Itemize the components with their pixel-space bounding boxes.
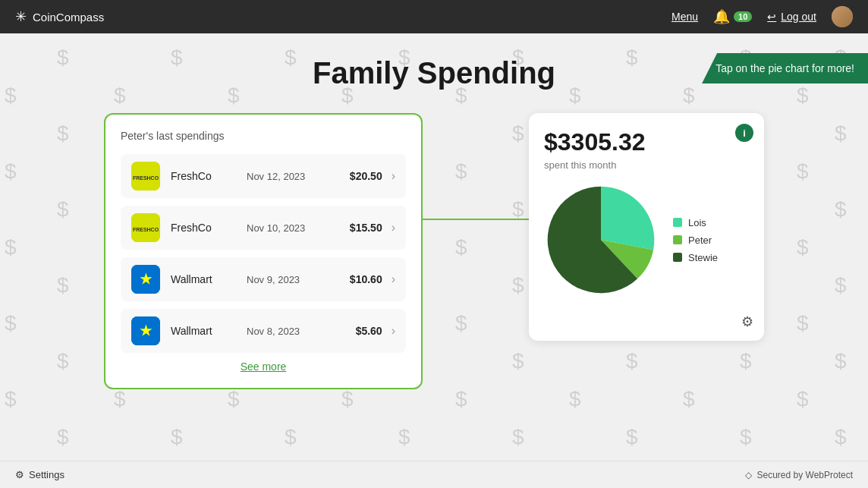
avatar[interactable] bbox=[832, 6, 853, 27]
card-title: Peter's last spendings bbox=[121, 130, 406, 142]
svg-text:FRESHCO: FRESHCO bbox=[133, 175, 159, 181]
svg-text:FRESHCO: FRESHCO bbox=[133, 227, 159, 232]
transactions-list: FRESHCO FreshCo Nov 12, 2023 $20.50 › FR… bbox=[121, 154, 406, 353]
legend-item: Lois bbox=[673, 217, 718, 228]
transaction-item[interactable]: FRESHCO FreshCo Nov 10, 2023 $15.50 › bbox=[121, 206, 406, 250]
info-icon[interactable]: i bbox=[735, 124, 753, 142]
settings-link[interactable]: ⚙ Settings bbox=[15, 469, 64, 480]
transaction-date: Nov 12, 2023 bbox=[247, 171, 350, 182]
transaction-amount: $10.60 bbox=[350, 273, 382, 285]
merchant-name: FreshCo bbox=[171, 222, 247, 234]
pie-chart[interactable] bbox=[544, 183, 658, 297]
filter-icon[interactable]: ⚙ bbox=[741, 313, 753, 330]
bell-icon: 🔔 bbox=[713, 8, 730, 25]
merchant-name: Wallmart bbox=[171, 325, 247, 337]
webprotect-label: Secured by WebProtect bbox=[756, 470, 853, 480]
menu-link[interactable]: Menu bbox=[671, 11, 698, 23]
spent-label: spent this month bbox=[544, 159, 749, 171]
merchant-logo: FRESHCO bbox=[131, 162, 160, 190]
navbar: ✳ CoinCompass Menu 🔔 10 ↩ Log out bbox=[0, 0, 868, 33]
total-amount: $3305.32 bbox=[544, 128, 749, 156]
webprotect-badge: ◇ Secured by WebProtect bbox=[745, 470, 853, 480]
svg-text:★: ★ bbox=[140, 272, 153, 287]
legend-label: Lois bbox=[688, 217, 706, 228]
chevron-right-icon: › bbox=[392, 221, 395, 235]
transaction-date: Nov 10, 2023 bbox=[247, 222, 350, 234]
settings-label: Settings bbox=[29, 469, 64, 480]
legend-item: Peter bbox=[673, 235, 718, 246]
legend-dot bbox=[673, 218, 682, 227]
legend: Lois Peter Stewie bbox=[673, 217, 718, 263]
legend-label: Peter bbox=[688, 235, 712, 246]
shield-icon: ◇ bbox=[745, 470, 752, 480]
see-more-link[interactable]: See more bbox=[121, 360, 406, 373]
chart-card: i $3305.32 spent this month Lois Peter S… bbox=[529, 113, 764, 341]
avatar-image bbox=[832, 6, 853, 27]
merchant-name: Wallmart bbox=[171, 273, 247, 285]
navbar-right: Menu 🔔 10 ↩ Log out bbox=[671, 6, 853, 27]
legend-dot bbox=[673, 235, 682, 244]
transaction-item[interactable]: ★ Wallmart Nov 9, 2023 $10.60 › bbox=[121, 257, 406, 301]
chart-area: Lois Peter Stewie bbox=[544, 183, 749, 297]
spending-card: Peter's last spendings FRESHCO FreshCo N… bbox=[104, 113, 423, 389]
notification-badge: 10 bbox=[734, 11, 752, 22]
notification-bell[interactable]: 🔔 10 bbox=[713, 8, 752, 25]
brand: ✳ CoinCompass bbox=[15, 8, 104, 25]
transaction-item[interactable]: FRESHCO FreshCo Nov 12, 2023 $20.50 › bbox=[121, 154, 406, 198]
legend-label: Stewie bbox=[688, 252, 718, 263]
transaction-date: Nov 8, 2023 bbox=[247, 326, 356, 337]
chevron-right-icon: › bbox=[392, 169, 395, 183]
content-row: Peter's last spendings FRESHCO FreshCo N… bbox=[30, 113, 838, 401]
transaction-date: Nov 9, 2023 bbox=[247, 274, 350, 285]
logout-button[interactable]: ↩ Log out bbox=[767, 11, 816, 23]
transaction-amount: $15.50 bbox=[350, 222, 382, 234]
tooltip-banner: Tap on the pie chart for more! bbox=[702, 53, 868, 83]
brand-name: CoinCompass bbox=[33, 11, 104, 24]
merchant-logo: ★ bbox=[131, 265, 160, 294]
logout-label: Log out bbox=[781, 11, 816, 23]
transaction-item[interactable]: ★ Wallmart Nov 8, 2023 $5.60 › bbox=[121, 309, 406, 353]
pie-segment-lois[interactable] bbox=[601, 187, 654, 250]
transaction-amount: $5.60 bbox=[356, 325, 382, 337]
merchant-logo: ★ bbox=[131, 316, 160, 345]
logout-icon: ↩ bbox=[767, 11, 776, 23]
tooltip-text: Tap on the pie chart for more! bbox=[715, 62, 854, 74]
chevron-right-icon: › bbox=[392, 272, 395, 286]
connector-svg bbox=[423, 174, 529, 401]
brand-icon: ✳ bbox=[15, 8, 27, 25]
svg-text:★: ★ bbox=[140, 323, 153, 338]
main-content: Family Spending Peter's last spendings F… bbox=[0, 56, 868, 401]
merchant-logo: FRESHCO bbox=[131, 213, 160, 242]
legend-item: Stewie bbox=[673, 252, 718, 263]
settings-icon: ⚙ bbox=[15, 469, 24, 480]
merchant-name: FreshCo bbox=[171, 170, 247, 182]
bottom-bar: ⚙ Settings ◇ Secured by WebProtect bbox=[0, 461, 868, 488]
transaction-amount: $20.50 bbox=[350, 170, 382, 182]
legend-dot bbox=[673, 253, 682, 262]
chevron-right-icon: › bbox=[392, 324, 395, 338]
